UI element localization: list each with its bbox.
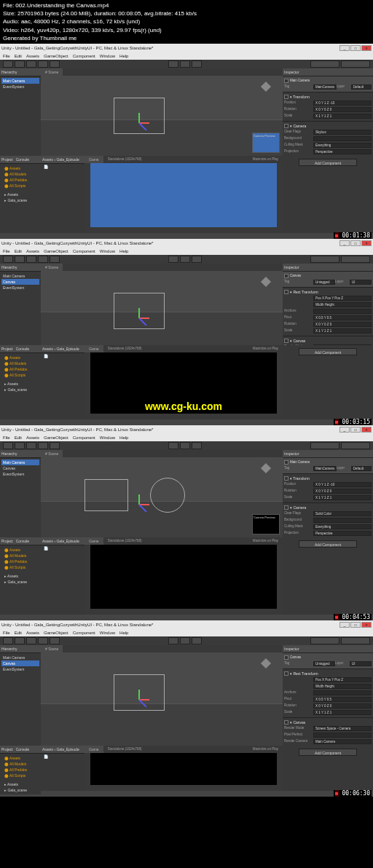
max-on-play[interactable]: Maximize on Play — [248, 345, 283, 352]
tool-button[interactable] — [15, 60, 25, 68]
prop-field[interactable]: Main Camera — [313, 739, 372, 744]
play-button[interactable] — [168, 637, 178, 644]
tool-button[interactable] — [3, 60, 13, 68]
project-filter[interactable]: ⬤ All Scripts — [1, 773, 39, 778]
prop-field[interactable]: X 0.5 Y 0.5 — [313, 315, 372, 320]
project-filter[interactable]: ⬤ All Scripts — [1, 183, 39, 189]
menu-component[interactable]: Component — [73, 631, 95, 635]
tool-button[interactable] — [38, 256, 48, 263]
gameobject-name[interactable]: Main Camera — [290, 460, 310, 465]
game-tab[interactable]: Game — [85, 156, 103, 163]
asset-item[interactable]: 📄 — [41, 164, 85, 170]
prop-field[interactable]: Width Height — [313, 302, 372, 307]
project-filter[interactable]: ⬤ Assets — [1, 165, 39, 171]
prop-field[interactable] — [313, 136, 372, 141]
menu-edit[interactable]: Edit — [15, 249, 22, 253]
game-resolution[interactable]: Standalone (1024x768) — [103, 345, 146, 352]
component-checkbox[interactable] — [284, 476, 288, 481]
play-button[interactable] — [168, 256, 178, 263]
component-title[interactable]: ▾ Canvas — [290, 339, 305, 343]
component-checkbox[interactable] — [284, 505, 288, 510]
prop-field[interactable]: X 0 Y 0 Z 0 — [313, 703, 372, 709]
project-filter[interactable]: ⬤ All Scripts — [1, 564, 39, 570]
tool-button[interactable] — [38, 442, 48, 449]
menu-assets[interactable]: Assets — [26, 435, 39, 440]
hierarchy-tab[interactable]: Hierarchy — [0, 645, 41, 653]
play-button[interactable] — [192, 442, 202, 449]
play-button[interactable] — [192, 60, 202, 68]
layout-dropdown[interactable] — [341, 442, 370, 449]
add-component-button[interactable]: Add Component — [299, 749, 357, 756]
tool-button[interactable] — [15, 637, 25, 644]
project-filter[interactable]: ⬤ All Prefabs — [1, 767, 39, 773]
play-button[interactable] — [168, 60, 178, 68]
prop-field[interactable]: Pos X Pos Y Pos Z — [313, 677, 372, 682]
hierarchy-tab[interactable]: Hierarchy — [0, 68, 41, 76]
tool-button[interactable] — [15, 442, 25, 449]
prop-field[interactable]: X 0 Y 0 Z 0 — [313, 489, 372, 494]
prop-field[interactable]: X 0 Y 0 Z 0 — [313, 322, 372, 327]
play-button[interactable] — [168, 442, 178, 449]
enable-checkbox[interactable] — [284, 460, 288, 465]
add-component-button[interactable]: Add Component — [299, 540, 357, 548]
minimize-button[interactable]: _ — [339, 427, 350, 433]
menu-edit[interactable]: Edit — [15, 631, 22, 635]
layout-dropdown[interactable] — [341, 256, 370, 263]
component-checkbox[interactable] — [284, 339, 288, 343]
menu-edit[interactable]: Edit — [15, 435, 22, 440]
menu-file[interactable]: File — [3, 631, 10, 635]
project-folder[interactable]: ▸ Gala_scene — [1, 197, 39, 203]
prop-field[interactable]: X 0 Y 1 Z -10 — [313, 100, 372, 106]
menu-file[interactable]: File — [3, 54, 10, 58]
maximize-button[interactable]: □ — [350, 427, 361, 433]
prop-field[interactable]: Solid Color — [313, 511, 372, 516]
game-resolution[interactable]: Standalone (1024x768) — [103, 746, 146, 753]
game-resolution[interactable]: Standalone (1024x768) — [103, 537, 146, 545]
layers-dropdown[interactable] — [310, 442, 339, 449]
gameobject-name[interactable]: Main Camera — [290, 79, 310, 83]
prop-field[interactable]: X 0.5 Y 0.5 — [313, 697, 372, 702]
prop-field[interactable] — [313, 733, 372, 738]
menu-assets[interactable]: Assets — [26, 249, 39, 253]
scene-view[interactable] — [41, 271, 283, 345]
menu-window[interactable]: Window — [100, 631, 115, 635]
layer-dropdown[interactable]: Default — [351, 466, 372, 471]
asset-item[interactable]: 📄 — [41, 754, 85, 760]
component-title[interactable]: ▾ Rect Transform — [290, 290, 318, 294]
hierarchy-item[interactable]: Canvas — [1, 465, 39, 471]
tool-button[interactable] — [26, 60, 36, 68]
menu-window[interactable]: Window — [100, 435, 115, 440]
prop-field[interactable]: Width Height — [313, 684, 372, 689]
prop-field[interactable]: Pos X Pos Y Pos Z — [313, 296, 372, 301]
menu-gameobject[interactable]: GameObject — [44, 435, 68, 440]
asset-item[interactable]: 📄 — [41, 353, 85, 359]
prop-field[interactable]: X 1 Y 1 Z 1 — [313, 710, 372, 715]
menu-assets[interactable]: Assets — [26, 631, 39, 635]
hierarchy-item[interactable]: EventSystem — [1, 84, 39, 90]
project-folder[interactable]: ▸ Assets — [1, 381, 39, 387]
scene-tab[interactable]: # Scene — [41, 264, 63, 271]
close-button[interactable]: × — [361, 45, 372, 51]
tool-button[interactable] — [3, 442, 13, 449]
minimize-button[interactable]: _ — [339, 622, 350, 628]
scene-view[interactable]: Camera Preview — [41, 76, 283, 156]
prop-field[interactable]: X 0 Y 1 Z -10 — [313, 482, 372, 487]
menu-assets[interactable]: Assets — [26, 54, 39, 58]
close-button[interactable]: × — [361, 427, 372, 433]
component-title[interactable]: ▾ Transform — [290, 476, 310, 481]
tool-button[interactable] — [26, 637, 36, 644]
prop-field[interactable]: Perspective — [313, 531, 372, 536]
tool-button[interactable] — [50, 256, 60, 263]
play-button[interactable] — [180, 60, 190, 68]
hierarchy-item[interactable]: Main Camera — [1, 655, 39, 660]
tool-button[interactable] — [50, 442, 60, 449]
layers-dropdown[interactable] — [310, 60, 339, 68]
component-checkbox[interactable] — [284, 95, 288, 99]
project-filter[interactable]: ⬤ All Models — [1, 553, 39, 559]
menu-window[interactable]: Window — [100, 54, 115, 58]
component-title[interactable]: ▾ Canvas — [290, 720, 305, 725]
layers-dropdown[interactable] — [310, 256, 339, 263]
inspector-tab[interactable]: Inspector — [283, 68, 373, 76]
project-tab[interactable]: Project Console — [0, 345, 41, 353]
project-filter[interactable]: ⬤ All Models — [1, 761, 39, 767]
